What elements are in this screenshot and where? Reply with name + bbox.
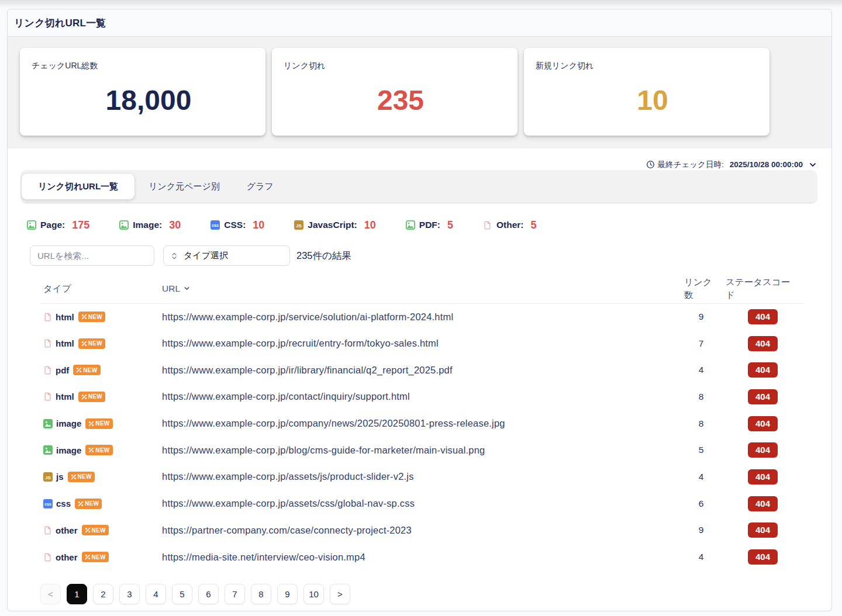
pagination-next-button[interactable]: > bbox=[330, 584, 350, 604]
status-cell: 404 bbox=[722, 437, 803, 463]
status-badge: 404 bbox=[748, 336, 778, 351]
status-cell: 404 bbox=[722, 330, 803, 357]
type-label: pdf bbox=[56, 365, 69, 375]
stat-label: チェックURL総数 bbox=[32, 61, 265, 71]
pagination-page-10[interactable]: 10 bbox=[303, 584, 324, 604]
type-label: image bbox=[56, 418, 81, 428]
pagination-page-7[interactable]: 7 bbox=[225, 584, 245, 604]
new-badge: NEW bbox=[82, 525, 109, 535]
last-check-row: 最終チェック日時: 2025/10/28 00:00:00 bbox=[20, 160, 817, 169]
url-cell[interactable]: https://partner-company.com/case/connect… bbox=[162, 517, 680, 544]
pagination-page-8[interactable]: 8 bbox=[251, 584, 271, 604]
url-cell[interactable]: https://media-site.net/interview/ceo-vis… bbox=[162, 544, 680, 570]
tab-broken-url-list[interactable]: リンク切れURL一覧 bbox=[21, 173, 135, 200]
new-badge: NEW bbox=[78, 312, 105, 322]
type-cell: pdfNEW bbox=[40, 365, 162, 375]
type-count-value: 175 bbox=[72, 219, 89, 231]
url-cell[interactable]: https://www.example-corp.jp/company/news… bbox=[162, 410, 680, 437]
broken-links-table: タイプ URL リンク数 ステータスコード htmlNEWhttps://www… bbox=[40, 274, 803, 570]
pagination-page-1[interactable]: 1 bbox=[67, 584, 87, 604]
tab-source-page[interactable]: リンク元ページ別 bbox=[135, 181, 233, 192]
url-cell[interactable]: https://www.example-corp.jp/assets/css/g… bbox=[162, 490, 680, 517]
filter-row: タイプ選択 235件の結果 bbox=[30, 245, 817, 266]
type-label: css bbox=[56, 499, 71, 508]
type-label: html bbox=[56, 392, 74, 402]
type-count-value: 30 bbox=[169, 219, 181, 231]
type-cell: csscssNEW bbox=[40, 499, 162, 509]
pagination-page-4[interactable]: 4 bbox=[146, 584, 166, 604]
status-badge: 404 bbox=[748, 522, 778, 538]
stat-value: 10 bbox=[536, 71, 769, 129]
status-cell: 404 bbox=[722, 357, 803, 383]
new-badge: NEW bbox=[78, 392, 105, 402]
url-cell[interactable]: https://www.example-corp.jp/service/solu… bbox=[162, 303, 680, 330]
type-cell: otherNEW bbox=[40, 525, 162, 535]
status-badge: 404 bbox=[748, 389, 778, 404]
type-count-other: Other:5 bbox=[483, 219, 537, 231]
link-count-cell: 7 bbox=[680, 330, 722, 357]
link-count-cell: 4 bbox=[680, 544, 722, 570]
new-badge: NEW bbox=[85, 445, 112, 455]
status-badge: 404 bbox=[748, 549, 778, 565]
type-count-value: 5 bbox=[447, 219, 453, 231]
url-cell[interactable]: https://www.example-corp.jp/blog/cms-gui… bbox=[162, 437, 680, 463]
chevron-down-icon[interactable] bbox=[808, 160, 817, 169]
status-badge: 404 bbox=[748, 416, 778, 431]
pagination-page-3[interactable]: 3 bbox=[119, 584, 140, 604]
status-cell: 404 bbox=[722, 490, 803, 517]
url-cell[interactable]: https://www.example-corp.jp/ir/library/f… bbox=[162, 357, 680, 383]
new-badge: NEW bbox=[75, 499, 102, 509]
column-header-link-count[interactable]: リンク数 bbox=[680, 274, 722, 303]
tab-graph[interactable]: グラフ bbox=[233, 181, 287, 192]
new-badge: NEW bbox=[85, 418, 112, 429]
table-row: htmlNEWhttps://www.example-corp.jp/conta… bbox=[40, 383, 803, 410]
type-cell: otherNEW bbox=[40, 552, 162, 562]
new-badge: NEW bbox=[73, 365, 100, 375]
new-badge: NEW bbox=[82, 552, 109, 562]
type-count-css: cssCSS:10 bbox=[210, 219, 264, 231]
sort-chevron-icon bbox=[183, 285, 191, 292]
pagination-page-6[interactable]: 6 bbox=[198, 584, 219, 604]
type-cell: htmlNEW bbox=[40, 392, 162, 402]
image-icon bbox=[27, 220, 36, 230]
link-count-cell: 5 bbox=[680, 437, 722, 463]
url-cell[interactable]: https://www.example-corp.jp/contact/inqu… bbox=[162, 383, 680, 410]
file-icon bbox=[43, 338, 52, 348]
stats-cards: チェックURL総数 18,000 リンク切れ 235 新規リンク切れ 10 bbox=[8, 37, 831, 148]
stat-label: 新規リンク切れ bbox=[536, 61, 769, 71]
results-count: 235件の結果 bbox=[296, 250, 351, 262]
column-header-url[interactable]: URL bbox=[162, 274, 680, 303]
status-badge: 404 bbox=[748, 496, 778, 511]
column-header-type[interactable]: タイプ bbox=[40, 274, 162, 303]
pagination-page-2[interactable]: 2 bbox=[93, 584, 113, 604]
type-select[interactable]: タイプ選択 bbox=[163, 245, 290, 266]
broken-link-panel: リンク切れURL一覧 チェックURL総数 18,000 リンク切れ 235 新規… bbox=[7, 9, 832, 611]
type-label: other bbox=[56, 552, 78, 562]
pagination-page-5[interactable]: 5 bbox=[172, 584, 192, 604]
type-count-label: CSS: bbox=[224, 220, 246, 230]
url-cell[interactable]: https://www.example-corp.jp/assets/js/pr… bbox=[162, 463, 680, 490]
unfold-icon bbox=[170, 251, 178, 261]
type-cell: imageNEW bbox=[40, 418, 162, 429]
stat-value: 235 bbox=[284, 71, 517, 129]
tab-bar: リンク切れURL一覧 リンク元ページ別 グラフ bbox=[20, 170, 817, 203]
stat-card-new-broken-links: 新規リンク切れ 10 bbox=[524, 48, 769, 136]
pagination-prev-button[interactable]: < bbox=[40, 584, 61, 604]
type-cell: imageNEW bbox=[40, 445, 162, 455]
pagination-page-9[interactable]: 9 bbox=[277, 584, 298, 604]
url-cell[interactable]: https://www.example-corp.jp/recruit/entr… bbox=[162, 330, 680, 357]
url-search-input[interactable] bbox=[30, 245, 154, 266]
status-badge: 404 bbox=[748, 442, 778, 458]
file-icon bbox=[43, 312, 52, 322]
link-count-cell: 4 bbox=[680, 357, 722, 383]
type-count-label: JavasCript: bbox=[308, 220, 357, 230]
type-count-label: Page: bbox=[40, 220, 65, 230]
link-count-cell: 9 bbox=[680, 303, 722, 330]
new-badge: NEW bbox=[68, 472, 95, 482]
stat-card-total-urls: チェックURL総数 18,000 bbox=[20, 48, 265, 136]
svg-text:JS: JS bbox=[296, 223, 302, 229]
js-icon: JS bbox=[43, 472, 53, 482]
type-count-value: 10 bbox=[253, 219, 264, 231]
type-count-page: Page:175 bbox=[27, 219, 89, 231]
column-header-status[interactable]: ステータスコード bbox=[722, 274, 803, 303]
